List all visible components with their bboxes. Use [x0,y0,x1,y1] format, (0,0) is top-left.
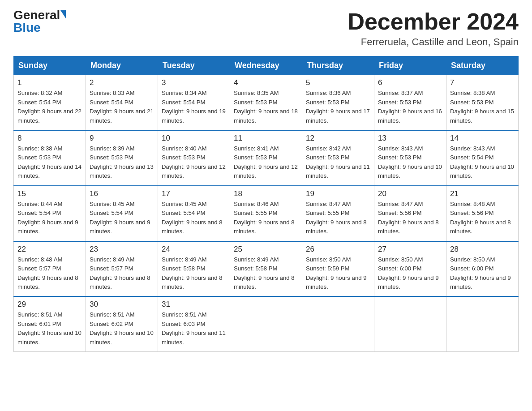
day-info: Sunrise: 8:48 AMSunset: 5:56 PMDaylight:… [450,201,511,235]
day-number: 1 [17,78,82,87]
day-number: 22 [17,245,82,254]
calendar-day-cell: 24 Sunrise: 8:49 AMSunset: 5:58 PMDaylig… [158,241,230,297]
day-number: 27 [378,245,442,254]
day-number: 8 [17,134,82,143]
day-number: 16 [90,189,154,198]
calendar-day-cell: 26 Sunrise: 8:50 AMSunset: 5:59 PMDaylig… [302,241,374,297]
calendar-week-row: 29 Sunrise: 8:51 AMSunset: 6:01 PMDaylig… [14,296,519,351]
day-number: 12 [306,134,370,143]
page-header: General Blue December 2024 Ferreruela, C… [13,9,519,48]
calendar-day-cell: 5 Sunrise: 8:36 AMSunset: 5:53 PMDayligh… [302,75,374,130]
calendar-day-cell: 11 Sunrise: 8:41 AMSunset: 5:53 PMDaylig… [230,130,302,186]
calendar-week-row: 22 Sunrise: 8:48 AMSunset: 5:57 PMDaylig… [14,241,519,297]
calendar-day-cell: 28 Sunrise: 8:50 AMSunset: 6:00 PMDaylig… [446,241,519,297]
header-monday: Monday [86,56,158,75]
day-info: Sunrise: 8:41 AMSunset: 5:53 PMDaylight:… [234,145,298,179]
calendar-day-cell: 6 Sunrise: 8:37 AMSunset: 5:53 PMDayligh… [374,75,446,130]
calendar-day-cell: 13 Sunrise: 8:43 AMSunset: 5:53 PMDaylig… [374,130,446,186]
day-number: 28 [450,245,515,254]
calendar-subtitle: Ferreruela, Castille and Leon, Spain [348,36,519,48]
calendar-day-cell: 20 Sunrise: 8:47 AMSunset: 5:56 PMDaylig… [374,186,446,241]
day-info: Sunrise: 8:42 AMSunset: 5:53 PMDaylight:… [306,145,370,179]
day-number: 30 [90,300,154,309]
day-info: Sunrise: 8:43 AMSunset: 5:54 PMDaylight:… [450,145,514,179]
calendar-week-row: 15 Sunrise: 8:44 AMSunset: 5:54 PMDaylig… [14,186,519,241]
calendar-day-cell: 29 Sunrise: 8:51 AMSunset: 6:01 PMDaylig… [14,296,86,351]
day-number: 21 [450,189,515,198]
calendar-day-cell: 12 Sunrise: 8:42 AMSunset: 5:53 PMDaylig… [302,130,374,186]
calendar-day-cell: 30 Sunrise: 8:51 AMSunset: 6:02 PMDaylig… [86,296,158,351]
day-number: 23 [90,245,154,254]
day-info: Sunrise: 8:51 AMSunset: 6:02 PMDaylight:… [90,311,154,345]
day-info: Sunrise: 8:45 AMSunset: 5:54 PMDaylight:… [90,201,150,235]
calendar-table: Sunday Monday Tuesday Wednesday Thursday… [13,56,519,352]
calendar-day-cell [374,296,446,351]
calendar-day-cell: 3 Sunrise: 8:34 AMSunset: 5:54 PMDayligh… [158,75,230,130]
day-info: Sunrise: 8:51 AMSunset: 6:03 PMDaylight:… [162,311,226,345]
day-info: Sunrise: 8:33 AMSunset: 5:54 PMDaylight:… [90,90,154,124]
days-of-week-row: Sunday Monday Tuesday Wednesday Thursday… [14,56,519,75]
day-number: 9 [90,134,154,143]
day-number: 14 [450,134,515,143]
header-sunday: Sunday [14,56,86,75]
day-info: Sunrise: 8:50 AMSunset: 6:00 PMDaylight:… [450,256,511,290]
day-number: 5 [306,78,370,87]
calendar-day-cell: 27 Sunrise: 8:50 AMSunset: 6:00 PMDaylig… [374,241,446,297]
header-wednesday: Wednesday [230,56,302,75]
day-info: Sunrise: 8:47 AMSunset: 5:56 PMDaylight:… [378,201,439,235]
day-info: Sunrise: 8:50 AMSunset: 5:59 PMDaylight:… [306,256,367,290]
day-info: Sunrise: 8:45 AMSunset: 5:54 PMDaylight:… [162,201,223,235]
calendar-title: December 2024 [348,9,519,34]
day-number: 26 [306,245,370,254]
logo-blue-text: Blue [13,21,41,34]
day-number: 17 [162,189,226,198]
day-number: 24 [162,245,226,254]
day-number: 10 [162,134,226,143]
calendar-week-row: 8 Sunrise: 8:38 AMSunset: 5:53 PMDayligh… [14,130,519,186]
header-saturday: Saturday [446,56,519,75]
day-info: Sunrise: 8:48 AMSunset: 5:57 PMDaylight:… [17,256,78,290]
header-friday: Friday [374,56,446,75]
calendar-title-area: December 2024 Ferreruela, Castille and L… [348,9,519,48]
day-number: 31 [162,300,226,309]
day-info: Sunrise: 8:40 AMSunset: 5:53 PMDaylight:… [162,145,226,179]
calendar-day-cell: 22 Sunrise: 8:48 AMSunset: 5:57 PMDaylig… [14,241,86,297]
day-info: Sunrise: 8:49 AMSunset: 5:58 PMDaylight:… [162,256,223,290]
day-number: 19 [306,189,370,198]
day-number: 18 [234,189,298,198]
day-info: Sunrise: 8:35 AMSunset: 5:53 PMDaylight:… [234,90,298,124]
day-number: 6 [378,78,442,87]
day-number: 15 [17,189,82,198]
day-info: Sunrise: 8:38 AMSunset: 5:53 PMDaylight:… [450,90,514,124]
calendar-day-cell: 19 Sunrise: 8:47 AMSunset: 5:55 PMDaylig… [302,186,374,241]
calendar-day-cell: 4 Sunrise: 8:35 AMSunset: 5:53 PMDayligh… [230,75,302,130]
day-number: 29 [17,300,82,309]
day-number: 7 [450,78,515,87]
day-number: 4 [234,78,298,87]
calendar-day-cell [230,296,302,351]
calendar-day-cell [446,296,519,351]
calendar-day-cell: 18 Sunrise: 8:46 AMSunset: 5:55 PMDaylig… [230,186,302,241]
day-number: 3 [162,78,226,87]
day-info: Sunrise: 8:43 AMSunset: 5:53 PMDaylight:… [378,145,442,179]
day-info: Sunrise: 8:44 AMSunset: 5:54 PMDaylight:… [17,201,78,235]
calendar-day-cell: 25 Sunrise: 8:49 AMSunset: 5:58 PMDaylig… [230,241,302,297]
calendar-day-cell: 16 Sunrise: 8:45 AMSunset: 5:54 PMDaylig… [86,186,158,241]
calendar-day-cell: 2 Sunrise: 8:33 AMSunset: 5:54 PMDayligh… [86,75,158,130]
calendar-day-cell: 31 Sunrise: 8:51 AMSunset: 6:03 PMDaylig… [158,296,230,351]
logo-general-text: General [13,9,60,21]
day-info: Sunrise: 8:51 AMSunset: 6:01 PMDaylight:… [17,311,82,345]
day-info: Sunrise: 8:34 AMSunset: 5:54 PMDaylight:… [162,90,226,124]
day-info: Sunrise: 8:46 AMSunset: 5:55 PMDaylight:… [234,201,295,235]
day-number: 20 [378,189,442,198]
day-info: Sunrise: 8:37 AMSunset: 5:53 PMDaylight:… [378,90,442,124]
day-number: 2 [90,78,154,87]
day-info: Sunrise: 8:38 AMSunset: 5:53 PMDaylight:… [17,145,82,179]
calendar-week-row: 1 Sunrise: 8:32 AMSunset: 5:54 PMDayligh… [14,75,519,130]
calendar-day-cell: 9 Sunrise: 8:39 AMSunset: 5:53 PMDayligh… [86,130,158,186]
logo: General Blue [13,9,67,35]
day-number: 11 [234,134,298,143]
day-info: Sunrise: 8:36 AMSunset: 5:53 PMDaylight:… [306,90,370,124]
day-info: Sunrise: 8:32 AMSunset: 5:54 PMDaylight:… [17,90,82,124]
day-info: Sunrise: 8:47 AMSunset: 5:55 PMDaylight:… [306,201,367,235]
